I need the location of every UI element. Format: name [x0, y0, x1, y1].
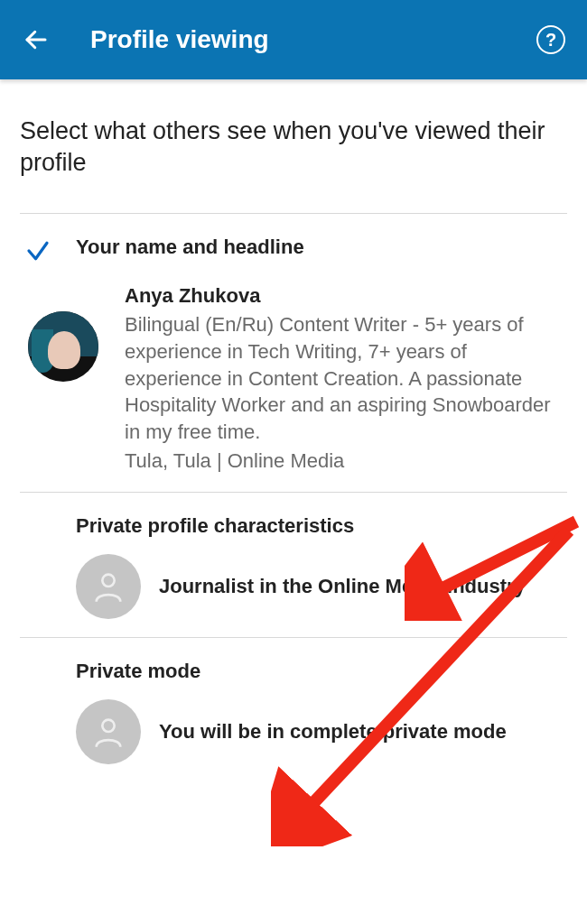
avatar-slot — [20, 284, 107, 474]
intro-text: Select what others see when you've viewe… — [20, 116, 567, 179]
option-private-characteristics[interactable]: Private profile characteristics Journali… — [20, 493, 567, 637]
person-icon — [90, 714, 126, 750]
user-avatar — [28, 311, 98, 382]
page-title: Profile viewing — [90, 25, 533, 54]
user-location: Tula, Tula | Online Media — [125, 448, 558, 475]
option-body: Anya Zhukova Bilingual (En/Ru) Content W… — [20, 284, 567, 474]
selected-indicator — [20, 236, 56, 264]
option-private-mode[interactable]: Private mode You will be in complete pri… — [20, 638, 567, 782]
option-full-profile[interactable]: Your name and headline Anya Zhukova Bili… — [20, 214, 567, 492]
help-icon: ? — [536, 25, 565, 54]
person-icon — [90, 568, 126, 605]
anonymous-avatar — [76, 554, 141, 619]
option-header: Your name and headline — [20, 236, 567, 264]
user-headline: Bilingual (En/Ru) Content Writer - 5+ ye… — [125, 311, 558, 445]
check-icon — [24, 237, 51, 264]
help-button[interactable]: ? — [533, 22, 569, 58]
option-subtitle: You will be in complete private mode — [159, 719, 567, 745]
option-subtitle: Journalist in the Online Media industry — [159, 574, 567, 600]
option-body: Journalist in the Online Media industry — [76, 554, 567, 619]
svg-point-1 — [102, 575, 114, 587]
arrow-left-icon — [23, 26, 50, 53]
option-title: Your name and headline — [76, 236, 304, 259]
option-detail: Anya Zhukova Bilingual (En/Ru) Content W… — [125, 284, 567, 474]
option-body: You will be in complete private mode — [76, 699, 567, 764]
option-title: Private mode — [76, 660, 567, 683]
user-name: Anya Zhukova — [125, 284, 558, 308]
back-button[interactable] — [18, 22, 54, 58]
option-title: Private profile characteristics — [76, 514, 567, 538]
content-area: Select what others see when you've viewe… — [0, 79, 587, 782]
app-header: Profile viewing ? — [0, 0, 587, 79]
anonymous-avatar — [76, 699, 141, 764]
svg-point-2 — [102, 720, 114, 732]
